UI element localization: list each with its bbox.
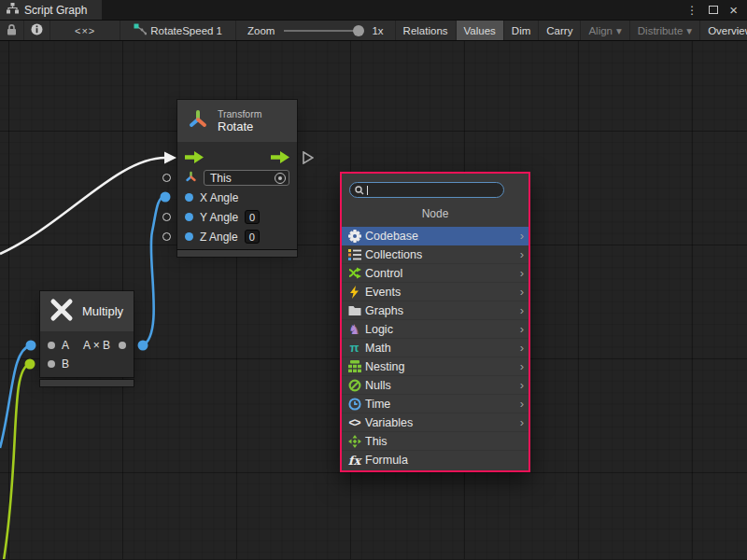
chevron-right-icon: › (520, 322, 524, 336)
this-object-field[interactable]: This (204, 170, 289, 186)
finder-item-control[interactable]: Control › (342, 264, 529, 283)
nested-graph-icon (346, 359, 362, 374)
graph-breadcrumb-button[interactable]: RotateSpeed 1 (120, 21, 236, 40)
graph-asset-icon (134, 23, 147, 37)
finder-item-events[interactable]: Events › (342, 283, 529, 301)
finder-header: Node (342, 207, 529, 220)
graph-toolbar: <×> RotateSpeed 1 Zoom 1x Relations Valu… (0, 20, 747, 41)
chevron-right-icon: › (520, 415, 524, 429)
b-port-row: B (40, 355, 134, 373)
code-view-button[interactable]: <×> (50, 21, 120, 40)
flow-output-triangle-icon[interactable] (303, 151, 314, 168)
y-angle-port[interactable] (185, 213, 193, 221)
finder-item-graphs[interactable]: Graphs › (342, 301, 529, 320)
finder-item-label: Time (365, 398, 390, 411)
lightning-icon (346, 285, 362, 300)
z-angle-port-row: Z Angle 0 (177, 227, 297, 246)
transform-rotate-node[interactable]: Transform Rotate (177, 100, 297, 249)
product-output-port[interactable] (119, 342, 126, 349)
dim-button[interactable]: Dim (504, 21, 539, 40)
x-angle-port-row: X Angle (177, 188, 297, 207)
script-graph-icon (7, 3, 19, 17)
carry-button[interactable]: Carry (539, 21, 581, 40)
finder-item-label: Formula (365, 454, 408, 467)
tab-script-graph[interactable]: Script Graph (0, 0, 102, 20)
b-input-label: B (62, 357, 69, 371)
finder-item-this[interactable]: This (342, 432, 529, 451)
this-external-port[interactable] (162, 174, 171, 182)
y-angle-external-port[interactable] (162, 213, 171, 221)
overview-button[interactable]: Overview (700, 21, 747, 40)
finder-item-collections[interactable]: Collections › (342, 245, 529, 264)
node-header[interactable]: Multiply (40, 291, 134, 331)
node-category: Transform (218, 108, 261, 119)
search-input[interactable] (349, 182, 504, 198)
fuzzy-finder-popup: Node Codebase › (340, 172, 530, 472)
finder-item-label: Codebase (365, 230, 418, 243)
zoom-value: 1x (372, 25, 383, 36)
flow-port-row (177, 148, 297, 168)
x-angle-port[interactable] (185, 193, 193, 202)
b-input-port[interactable] (48, 360, 55, 368)
chevron-right-icon: › (520, 359, 524, 373)
node-footer (40, 380, 134, 386)
finder-item-nulls[interactable]: Nulls › (342, 376, 529, 395)
transform-gizmo-icon (187, 108, 209, 134)
finder-item-formula[interactable]: fx Formula (342, 451, 529, 469)
object-picker-icon[interactable] (275, 173, 286, 184)
finder-item-codebase[interactable]: Codebase › (342, 227, 529, 245)
chevron-right-icon: › (520, 397, 524, 411)
y-angle-value-field[interactable]: 0 (245, 210, 260, 224)
values-button[interactable]: Values (457, 21, 504, 40)
align-dropdown[interactable]: Align ▾ (581, 21, 629, 40)
pi-icon: π (346, 341, 362, 356)
graph-name-label: RotateSpeed 1 (150, 25, 222, 36)
flow-input-port[interactable] (185, 151, 204, 166)
this-field-value: This (210, 172, 232, 185)
finder-item-label: Collections (365, 248, 422, 261)
finder-item-nesting[interactable]: Nesting › (342, 357, 529, 376)
info-button[interactable] (24, 21, 50, 40)
node-header[interactable]: Transform Rotate (177, 100, 297, 142)
zoom-slider[interactable] (284, 30, 362, 32)
tab-title: Script Graph (24, 4, 87, 17)
chevron-right-icon: › (520, 229, 524, 243)
lock-button[interactable] (0, 21, 24, 40)
overview-label: Overview (708, 25, 747, 36)
this-port-row: This (177, 168, 297, 188)
distribute-dropdown[interactable]: Distribute ▾ (630, 21, 700, 40)
maximize-icon[interactable] (709, 6, 718, 14)
flow-output-port[interactable] (271, 151, 289, 166)
a-input-port[interactable] (48, 342, 55, 349)
zoom-slider-handle[interactable] (353, 25, 364, 36)
gear-icon (346, 229, 362, 244)
graph-canvas[interactable]: Transform Rotate (0, 41, 747, 559)
move-arrows-icon (346, 434, 362, 449)
flow-wire (0, 152, 176, 255)
close-icon[interactable]: × (729, 3, 738, 17)
finder-item-label: Math (365, 342, 391, 355)
finder-item-logic[interactable]: ♞ Logic › (342, 320, 529, 339)
chevron-right-icon: › (520, 285, 524, 299)
code-icon: <×> (75, 25, 95, 36)
node-title: Multiply (82, 304, 123, 318)
multiply-node[interactable]: Multiply A A × B B (40, 291, 134, 377)
z-angle-value-field[interactable]: 0 (245, 230, 260, 244)
list-icon (346, 247, 362, 262)
relations-button[interactable]: Relations (396, 21, 457, 40)
finder-item-label: Control (365, 267, 402, 280)
finder-item-label: Graphs (365, 304, 403, 317)
z-angle-external-port[interactable] (162, 232, 171, 241)
z-angle-port[interactable] (185, 232, 193, 241)
chevron-right-icon: › (520, 266, 524, 280)
finder-item-time[interactable]: Time › (342, 395, 529, 413)
finder-item-label: This (365, 435, 388, 448)
chevron-right-icon: › (520, 303, 524, 317)
finder-item-variables[interactable]: <> Variables › (342, 413, 529, 432)
angle-brackets-icon: <> (346, 415, 362, 430)
finder-item-label: Nulls (365, 379, 391, 392)
output-label: A × B (83, 339, 110, 352)
multiply-b-input-wire (4, 359, 35, 560)
finder-item-math[interactable]: π Math › (342, 339, 529, 357)
window-menu-icon[interactable]: ⋮ (686, 5, 698, 16)
